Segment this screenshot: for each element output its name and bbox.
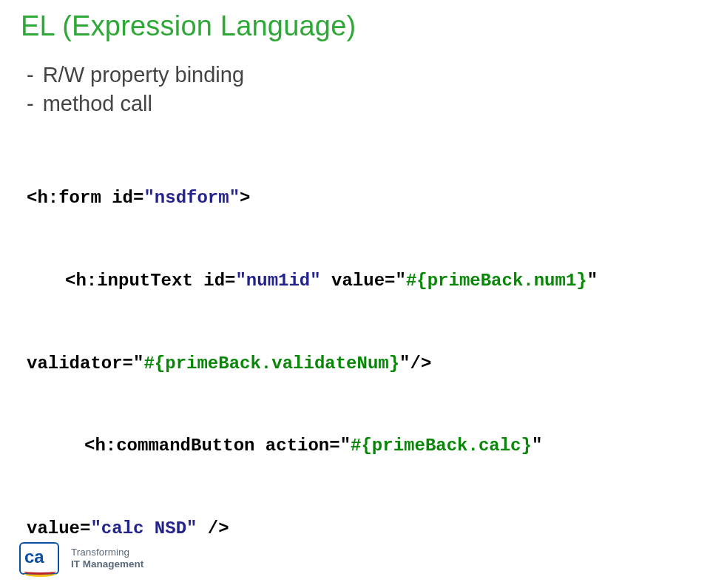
logo-text: ca [24, 548, 44, 566]
logo-swoosh-icon [24, 567, 56, 574]
bullet-1: - R/W property binding [27, 63, 689, 87]
tagline-line-2: IT Management [71, 558, 143, 570]
code-keyword: <h:form id= [27, 188, 143, 208]
code-line-2: <h:inputText id="num1id" value="#{primeB… [27, 267, 689, 294]
code-text: validator=" [27, 354, 143, 374]
bullet-1-text: R/W property binding [43, 63, 244, 87]
code-text: /> [197, 518, 229, 538]
code-line-1: <h:form id="nsdform"> [27, 184, 689, 212]
code-text: value= [27, 518, 90, 538]
slide-title: EL (Expression Language) [21, 10, 689, 42]
bullet-list: - R/W property binding - method call [21, 63, 689, 116]
code-keyword: <h:inputText id= [65, 271, 235, 291]
code-line-5: value="calc NSD" /> [27, 515, 689, 542]
bullet-2: - method call [27, 92, 689, 116]
code-string: "calc NSD" [90, 518, 197, 538]
footer-tagline: Transforming IT Management [71, 547, 143, 570]
slide: EL (Expression Language) - R/W property … [0, 0, 710, 588]
code-text: " [587, 271, 598, 291]
code-text: value=" [321, 271, 406, 291]
code-line-3: validator="#{primeBack.validateNum}"/> [27, 350, 689, 377]
code-el-expression: #{primeBack.calc} [351, 436, 532, 456]
code-text: > [240, 188, 250, 208]
code-string: "num1id" [235, 271, 320, 291]
code-line-4: <h:commandButton action="#{primeBack.cal… [27, 432, 689, 459]
logo-box: ca [19, 542, 59, 575]
bullet-dash-icon: - [27, 63, 34, 87]
code-keyword: <h:commandButton action=" [84, 436, 351, 456]
code-el-expression: #{primeBack.validateNum} [143, 354, 399, 374]
tagline-line-1: Transforming [71, 547, 143, 558]
code-string: "nsdform" [143, 188, 240, 208]
code-el-expression: #{primeBack.num1} [406, 271, 587, 291]
footer: ca Transforming IT Management [19, 542, 143, 575]
code-text: " [532, 436, 542, 456]
code-text: "/> [399, 354, 431, 374]
bullet-2-text: method call [43, 92, 152, 116]
code-snippet: <h:form id="nsdform"> <h:inputText id="n… [21, 129, 689, 588]
bullet-dash-icon: - [27, 92, 34, 116]
ca-logo-icon: ca [19, 542, 61, 575]
